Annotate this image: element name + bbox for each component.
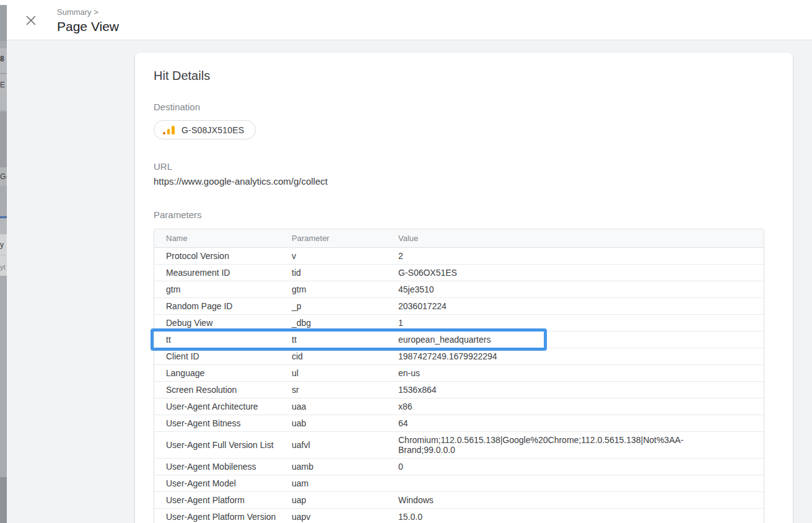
cell-param-text: tid — [292, 268, 301, 278]
destination-label: Destination — [154, 102, 774, 112]
cell-param-text: tt — [292, 335, 297, 345]
cell-name: tt — [154, 332, 292, 348]
cell-name-text: User-Agent Architecture — [166, 402, 258, 411]
cell-name-text: User-Agent Platform Version — [166, 512, 276, 522]
cell-param: tid — [292, 265, 398, 281]
cell-param-text: _p — [292, 301, 302, 311]
strip-segment — [0, 0, 7, 5]
cell-name: Debug View — [154, 315, 292, 331]
cell-name-text: Language — [166, 368, 204, 378]
cell-name-text: Screen Resolution — [166, 385, 237, 395]
table-row: User-Agent Modeluam — [154, 475, 764, 491]
clipped-text-fragment: y — [0, 240, 7, 249]
breadcrumb[interactable]: Summary > — [57, 7, 98, 17]
cell-value-text: 2036017224 — [398, 301, 447, 311]
cell-param: _dbg — [292, 315, 398, 331]
cell-value: 2 — [398, 248, 764, 264]
cell-param-text: ul — [292, 368, 299, 378]
cell-param: sr — [292, 382, 398, 398]
table-row: User-Agent Platform Versionuapv15.0.0 — [154, 508, 764, 523]
cell-param-text: gtm — [292, 284, 306, 294]
cell-value-text: Chromium;112.0.5615.138|Google%20Chrome;… — [398, 435, 689, 455]
cell-param: tt — [292, 332, 398, 348]
cell-value: 1536x864 — [398, 382, 764, 398]
cell-name: User-Agent Mobileness — [154, 459, 292, 475]
cell-param-text: uab — [292, 418, 306, 428]
cell-param-text: cid — [292, 351, 303, 361]
cell-value-text: 64 — [398, 418, 408, 428]
strip-segment — [0, 219, 7, 234]
cell-value-text: 1536x864 — [398, 385, 437, 395]
cell-value-text: european_headquarters — [398, 335, 491, 345]
table-row: Measurement IDtidG-S06OX51ES — [154, 264, 764, 281]
cell-name: User-Agent Model — [154, 475, 292, 491]
panel-header: Summary > Page View — [7, 0, 812, 40]
cell-value: x86 — [398, 398, 764, 415]
cell-name-text: Client ID — [166, 351, 199, 361]
column-header-value: Value — [398, 234, 764, 243]
clipped-text-fragment: G- — [0, 172, 7, 181]
cell-param: uapv — [292, 509, 398, 523]
cell-param: cid — [292, 348, 398, 364]
cell-param-text: _dbg — [292, 318, 311, 328]
destination-chip[interactable]: G-S08JX510ES — [154, 120, 256, 139]
clipped-text-fragment: 8 — [0, 55, 7, 63]
strip-divider — [0, 73, 7, 74]
cell-value: en-us — [398, 365, 764, 381]
cell-value: 64 — [398, 415, 764, 431]
cell-value: 45je3510 — [398, 281, 764, 297]
cell-value: 15.0.0 — [398, 509, 764, 523]
cell-value: 1 — [398, 315, 764, 331]
page-title: Page View — [57, 19, 119, 34]
cell-param: _p — [292, 298, 398, 314]
cell-value-text: 1 — [398, 318, 403, 328]
parameters-table-body: Protocol Versionv2Measurement IDtidG-S06… — [154, 248, 764, 523]
cell-name: User-Agent Platform Version — [154, 509, 292, 523]
cell-name-text: User-Agent Platform — [166, 495, 245, 505]
cell-param-text: uam — [292, 478, 308, 488]
cell-value — [398, 475, 764, 491]
url-label: URL — [154, 161, 774, 172]
parameters-section: Parameters Name Parameter Value Protocol… — [154, 209, 774, 523]
cell-name: Protocol Version — [154, 248, 292, 264]
cell-param-text: uafvl — [292, 440, 310, 450]
table-row: Client IDcid1987427249.1679922294 — [154, 348, 764, 364]
strip-blue-accent-line — [0, 216, 7, 218]
close-button[interactable] — [22, 11, 40, 30]
url-section: URL https://www.google-analytics.com/g/c… — [154, 161, 774, 187]
parameters-table: Name Parameter Value Protocol Versionv2M… — [154, 229, 764, 523]
cell-name: Client ID — [154, 348, 292, 364]
card-title: Hit Details — [154, 69, 774, 83]
cell-value-text: 1987427249.1679922294 — [398, 351, 497, 361]
cell-value-text: en-us — [398, 368, 420, 378]
cell-name: Language — [154, 365, 292, 381]
cell-param: uamb — [292, 459, 398, 475]
cell-param-text: sr — [292, 385, 299, 395]
strip-segment — [0, 5, 7, 41]
strip-segment — [0, 477, 7, 523]
cell-value: Chromium;112.0.5615.138|Google%20Chrome;… — [398, 432, 764, 458]
cell-param-text: uapv — [292, 512, 310, 522]
table-row: Screen Resolutionsr1536x864 — [154, 381, 764, 398]
strip-divider — [0, 255, 7, 255]
table-row: User-Agent Full Version ListuafvlChromiu… — [154, 431, 764, 458]
table-row: Debug View_dbg1 — [154, 314, 764, 331]
table-header-row: Name Parameter Value — [154, 229, 764, 248]
cell-name: Random Page ID — [154, 298, 292, 314]
cell-value: G-S06OX51ES — [398, 265, 764, 281]
cell-name-text: Random Page ID — [166, 301, 232, 311]
cell-name: User-Agent Bitness — [154, 415, 292, 431]
cell-name: Screen Resolution — [154, 382, 292, 398]
table-row-highlighted: tttteuropean_headquarters — [154, 331, 764, 348]
cell-param-text: uap — [292, 495, 306, 505]
cell-param: v — [292, 248, 398, 264]
cell-name: Measurement ID — [154, 265, 292, 281]
panel-body: Hit Details Destination G-S08JX510ES URL… — [7, 41, 812, 523]
cell-param-text: uaa — [292, 402, 306, 411]
cell-param: uaa — [292, 398, 398, 415]
cell-value: 2036017224 — [398, 298, 764, 314]
table-row: Languageulen-us — [154, 364, 764, 381]
clipped-text-fragment: yt — [0, 263, 7, 271]
cell-value-text: 15.0.0 — [398, 512, 422, 522]
table-row: gtmgtm45je3510 — [154, 281, 764, 297]
